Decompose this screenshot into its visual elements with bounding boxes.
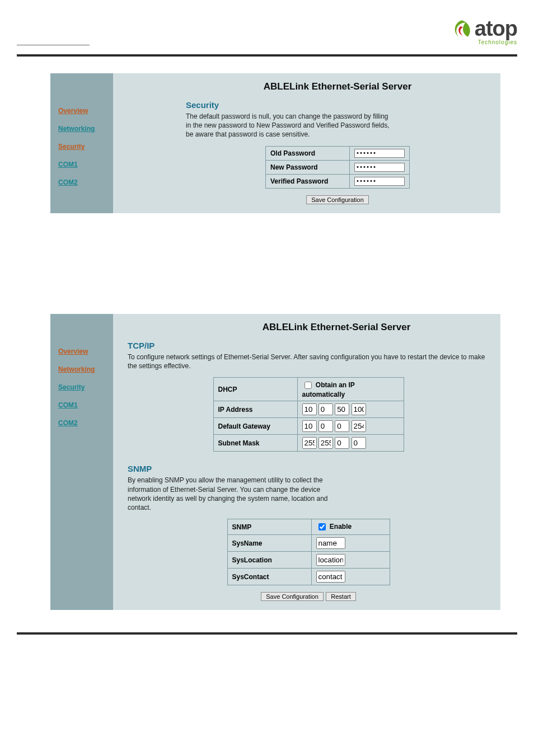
ip-octet-2[interactable] bbox=[318, 403, 333, 415]
ip-octet-3[interactable] bbox=[335, 403, 349, 415]
restart-button[interactable]: Restart bbox=[326, 592, 355, 601]
sidebar-item-com1[interactable]: COM1 bbox=[58, 161, 113, 168]
ip-octet-1[interactable] bbox=[302, 403, 317, 415]
top-rule bbox=[17, 54, 517, 57]
banner-title: ABLELink Ethernet-Serial Server bbox=[128, 322, 489, 333]
mask-octet-2[interactable] bbox=[318, 437, 333, 449]
security-desc: The default password is null, you can ch… bbox=[186, 112, 393, 139]
snmp-table: SNMP Enable SysName SysLocation bbox=[227, 519, 390, 585]
sidebar-item-networking[interactable]: Networking bbox=[58, 365, 113, 373]
gw-octet-2[interactable] bbox=[318, 420, 333, 432]
sidebar-item-com2[interactable]: COM2 bbox=[58, 179, 113, 186]
syscontact-label: SysContact bbox=[227, 569, 311, 585]
sysname-input[interactable] bbox=[316, 537, 345, 549]
section-title-snmp: SNMP bbox=[128, 464, 489, 473]
mask-label: Subnet Mask bbox=[213, 435, 297, 452]
ip-octet-4[interactable] bbox=[352, 403, 366, 415]
networking-panel: Overview Networking Security COM1 COM2 A… bbox=[50, 314, 500, 610]
sidebar-item-overview[interactable]: Overview bbox=[58, 107, 113, 115]
sysname-label: SysName bbox=[227, 535, 311, 552]
new-password-label: New Password bbox=[266, 160, 350, 174]
sidebar-item-security[interactable]: Security bbox=[58, 383, 113, 391]
sidebar-item-overview[interactable]: Overview bbox=[58, 348, 113, 355]
snmp-enable-text: Enable bbox=[330, 523, 352, 530]
sidebar-item-com1[interactable]: COM1 bbox=[58, 401, 113, 409]
syscontact-input[interactable] bbox=[316, 571, 345, 583]
syslocation-label: SysLocation bbox=[227, 552, 311, 569]
mask-octet-3[interactable] bbox=[335, 437, 349, 449]
sidebar-item-security[interactable]: Security bbox=[58, 143, 113, 151]
mask-octet-1[interactable] bbox=[302, 437, 317, 449]
sidebar-item-com2[interactable]: COM2 bbox=[58, 419, 113, 427]
ip-address-label: IP Address bbox=[213, 401, 297, 418]
sidebar-item-networking[interactable]: Networking bbox=[58, 125, 113, 133]
section-title-security: Security bbox=[186, 100, 489, 110]
gw-octet-1[interactable] bbox=[302, 420, 317, 432]
snmp-label: SNMP bbox=[227, 519, 311, 535]
banner-title: ABLELink Ethernet-Serial Server bbox=[186, 81, 489, 92]
gateway-label: Default Gateway bbox=[213, 418, 297, 435]
bottom-rule bbox=[17, 632, 517, 635]
logo: atop Technologies bbox=[450, 17, 517, 45]
snmp-enable-checkbox[interactable] bbox=[318, 523, 326, 530]
section-title-tcpip: TCP/IP bbox=[128, 341, 489, 350]
header-underline bbox=[17, 39, 90, 45]
save-configuration-button[interactable]: Save Configuration bbox=[261, 592, 324, 601]
dhcp-label: DHCP bbox=[213, 378, 297, 401]
sidebar: Overview Networking Security COM1 COM2 bbox=[50, 73, 113, 213]
tcpip-table: DHCP Obtain an IP automatically IP Addre… bbox=[213, 377, 404, 452]
save-configuration-button[interactable]: Save Configuration bbox=[306, 195, 369, 204]
old-password-label: Old Password bbox=[266, 146, 350, 160]
verified-password-input[interactable] bbox=[354, 177, 405, 186]
password-table: Old Password New Password Verified Passw… bbox=[265, 146, 410, 189]
content-area: ABLELink Ethernet-Serial Server TCP/IP T… bbox=[113, 314, 500, 610]
security-panel: Overview Networking Security COM1 COM2 A… bbox=[50, 73, 500, 213]
logo-swoosh-icon bbox=[450, 17, 474, 40]
syslocation-input[interactable] bbox=[316, 554, 345, 566]
dhcp-checkbox[interactable] bbox=[305, 382, 312, 389]
gw-octet-3[interactable] bbox=[335, 420, 349, 432]
content-area: ABLELink Ethernet-Serial Server Security… bbox=[113, 73, 500, 213]
new-password-input[interactable] bbox=[354, 163, 405, 172]
gw-octet-4[interactable] bbox=[352, 420, 366, 432]
old-password-input[interactable] bbox=[354, 149, 405, 158]
verified-password-label: Verified Password bbox=[266, 174, 350, 188]
snmp-desc: By enabling SNMP you allow the managemen… bbox=[128, 476, 335, 512]
mask-octet-4[interactable] bbox=[352, 437, 366, 449]
tcpip-desc: To configure network settings of Etherne… bbox=[128, 353, 489, 370]
logo-text: atop bbox=[475, 18, 517, 39]
sidebar: Overview Networking Security COM1 COM2 bbox=[50, 314, 113, 610]
